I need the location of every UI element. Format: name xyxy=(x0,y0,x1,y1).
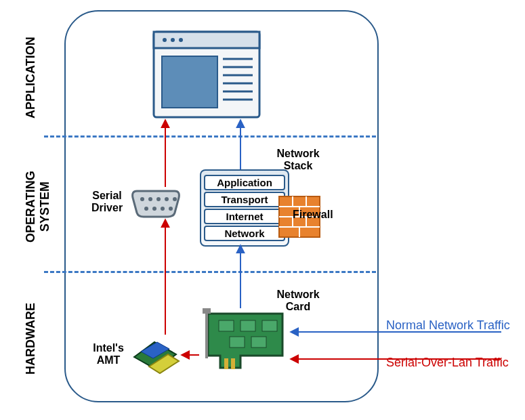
normal-traffic-label: Normal Network Traffic xyxy=(386,318,510,333)
sol-traffic-label: Serial-Over-Lan Traffic xyxy=(386,356,509,370)
